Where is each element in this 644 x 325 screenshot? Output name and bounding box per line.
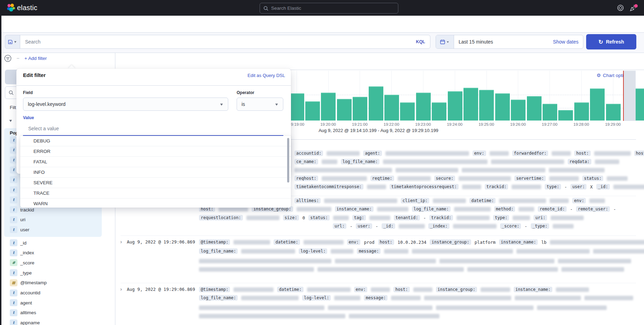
redacted-value (457, 216, 490, 220)
sidebar-field-item-appname[interactable]: tappname (0, 319, 115, 325)
sidebar-field-item-agent[interactable]: tagent (0, 299, 115, 307)
field-name-badge: @timestamp: (199, 287, 230, 292)
value-option-error[interactable]: ERROR (20, 146, 291, 157)
histogram-bar-partial[interactable] (636, 88, 644, 121)
sidebar-field-item-_id[interactable]: t_id (0, 239, 115, 247)
histogram-bar[interactable] (321, 93, 336, 121)
expand-row-icon[interactable]: › (120, 239, 122, 245)
redacted-value (199, 267, 314, 272)
redacted-value (384, 249, 408, 254)
sidebar-field-item-alltimes[interactable]: talltimes (0, 309, 115, 317)
value-option-warn[interactable]: WARN (20, 199, 291, 208)
sidebar-field-item-@timestamp[interactable]: ▦@timestamp (0, 279, 115, 287)
value-option-info[interactable]: INFO (20, 167, 291, 178)
redacted-value (589, 199, 605, 203)
histogram-bar[interactable] (337, 99, 352, 121)
histogram-bar[interactable] (590, 88, 605, 121)
date-quick-select-button[interactable]: ▼ (436, 35, 454, 48)
string-type-icon: t (10, 216, 17, 223)
refresh-button[interactable]: ↻ Refresh (586, 34, 636, 49)
redacted-value (294, 168, 392, 172)
x-axis-tick-label: 19:26:00 (510, 122, 526, 126)
histogram-bar[interactable] (558, 110, 573, 121)
value-option-debug[interactable]: DEBUG (20, 136, 291, 146)
field-label: _id (20, 240, 26, 246)
kql-search-input[interactable]: Search KQL (20, 35, 430, 49)
field-name-badge: user: (356, 223, 372, 229)
histogram-bar[interactable] (606, 104, 621, 121)
saved-query-menu-button[interactable]: ▼ (5, 35, 20, 49)
redacted-value (433, 199, 466, 203)
filter-icon[interactable] (4, 55, 12, 62)
histogram-bar[interactable] (463, 88, 478, 121)
histogram-bar[interactable] (511, 100, 526, 121)
redacted-value (322, 160, 337, 164)
value-placeholder: Select a value (28, 126, 59, 131)
value-option-fatal[interactable]: FATAL (20, 157, 291, 167)
field-name-badge: instance_group: (430, 239, 471, 245)
histogram-bar[interactable] (448, 91, 462, 121)
histogram-bar[interactable] (416, 93, 431, 121)
chevron-down-icon[interactable]: ▼ (8, 119, 13, 123)
discover-page: elastic Search Elastic D Discover ✓ (0, 0, 644, 325)
redacted-value (333, 216, 349, 220)
add-filter-button[interactable]: + Add filter (24, 56, 47, 61)
sidebar-field-item-_index[interactable]: t_index (0, 249, 115, 257)
operator-value: is (242, 101, 274, 107)
news-feed-icon[interactable] (629, 4, 638, 12)
sidebar-field-item-accountid[interactable]: taccountid (0, 289, 115, 297)
x-axis-tick-label: 19:24:00 (447, 122, 462, 126)
field-value: X (590, 184, 593, 189)
elastic-logo-icon[interactable] (6, 3, 16, 13)
field-value: 0 (302, 215, 305, 220)
brand-name[interactable]: elastic (17, 4, 37, 12)
sidebar-field-item-_score[interactable]: #_score (0, 258, 115, 267)
value-option-trace[interactable]: TRACE (20, 188, 291, 199)
doc-row-line (199, 304, 607, 311)
sidebar-field-item-_type[interactable]: t_type (0, 269, 115, 277)
field-name-badge: env: (473, 150, 486, 156)
value-combobox-input[interactable]: Select a value (23, 122, 283, 136)
field-name-badge: url: (333, 223, 346, 229)
value-option-severe[interactable]: SEVERE (20, 178, 291, 188)
help-icon[interactable] (617, 5, 624, 11)
histogram-bar[interactable] (369, 86, 383, 121)
sidebar-field-item-user[interactable]: tuser (0, 225, 115, 234)
field-name-badge: ce_name: (294, 159, 318, 164)
field-name-badge: @timestamp: (199, 239, 230, 245)
time-range-value[interactable]: Last 15 minutes (459, 39, 553, 45)
histogram-bar[interactable] (574, 102, 589, 121)
redacted-value (551, 216, 584, 220)
field-name-badge: remote_id: (538, 206, 566, 212)
sidebar-filter-by-type[interactable]: Filt (10, 105, 16, 110)
field-label: Field (23, 90, 33, 95)
global-search-input[interactable]: Search Elastic (260, 3, 398, 14)
operator-select[interactable]: is ▼ (237, 98, 283, 111)
dropdown-scrollbar[interactable] (287, 138, 289, 183)
redacted-value (613, 185, 644, 189)
histogram-bar[interactable] (527, 96, 542, 121)
field-name-badge: _score: (500, 223, 521, 229)
kql-language-button[interactable]: KQL (416, 39, 425, 44)
histogram-bar[interactable] (353, 97, 367, 121)
field-name-badge: log-level: (302, 295, 331, 301)
histogram-bar[interactable] (290, 93, 304, 121)
show-dates-button[interactable]: Show dates (553, 39, 578, 45)
value-option-label: DEBUG (33, 138, 50, 144)
field-label: alltimes (20, 310, 36, 315)
field-name-badge: trackid: (429, 215, 453, 220)
field-name-badge: message: (357, 248, 381, 254)
histogram-bar[interactable] (400, 102, 415, 121)
histogram-bar[interactable] (495, 93, 510, 121)
histogram-bar[interactable] (384, 95, 399, 121)
edit-as-query-dsl-link[interactable]: Edit as Query DSL (212, 73, 285, 78)
operator-label: Operator (237, 90, 254, 95)
histogram-bar[interactable] (432, 102, 446, 121)
field-combobox[interactable]: log-level.keyword ▼ (23, 98, 228, 111)
histogram-bar[interactable] (479, 90, 494, 121)
sidebar-field-item-uri[interactable]: turi (0, 216, 115, 224)
histogram-bar[interactable] (305, 101, 320, 121)
histogram-bar[interactable] (543, 104, 557, 121)
expand-row-icon[interactable]: › (120, 286, 122, 292)
field-name-badge: size: (283, 215, 299, 220)
